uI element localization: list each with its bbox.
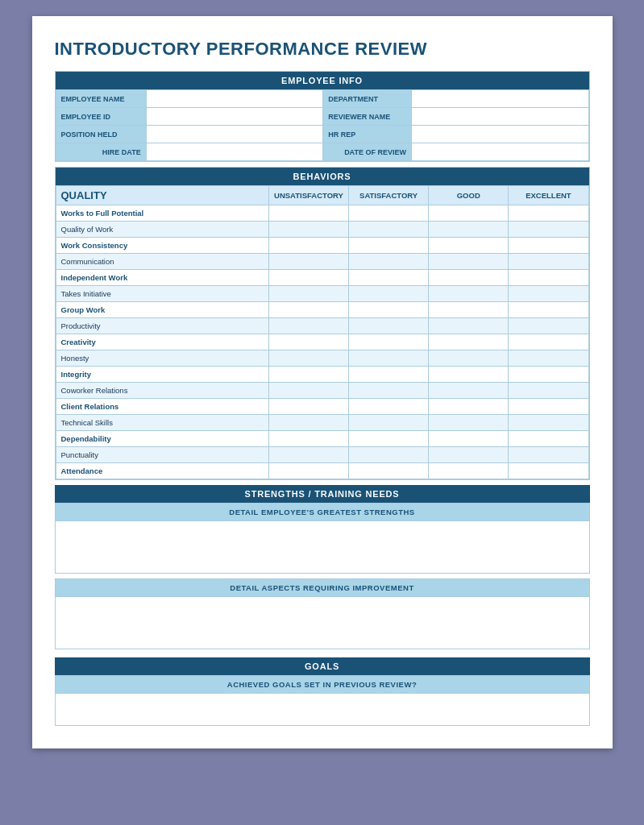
behavior-cell[interactable] <box>349 415 429 431</box>
behavior-cell[interactable] <box>429 222 509 238</box>
employee-row-1: EMPLOYEE NAME DEPARTMENT <box>56 90 588 108</box>
behavior-cell[interactable] <box>509 350 588 367</box>
behavior-cell[interactable] <box>268 399 348 415</box>
behavior-cell[interactable] <box>429 238 509 254</box>
excellent-col-header: EXCELLENT <box>509 186 588 205</box>
behavior-row: Technical Skills <box>56 415 588 431</box>
behavior-cell[interactable] <box>268 415 348 431</box>
employee-id-value[interactable] <box>146 108 323 126</box>
behavior-cell[interactable] <box>509 254 588 270</box>
behavior-cell[interactable] <box>349 205 429 222</box>
hire-date-value[interactable] <box>146 143 323 161</box>
behavior-cell[interactable] <box>349 431 429 447</box>
behavior-cell[interactable] <box>509 302 588 318</box>
behavior-row-label: Attendance <box>56 463 268 479</box>
behavior-cell[interactable] <box>349 270 429 286</box>
unsatisfactory-col-header: UNSATISFACTORY <box>268 186 348 205</box>
behavior-cell[interactable] <box>349 350 429 367</box>
behavior-cell[interactable] <box>268 463 348 479</box>
behavior-cell[interactable] <box>509 318 588 334</box>
behavior-cell[interactable] <box>349 399 429 415</box>
behavior-cell[interactable] <box>429 447 509 463</box>
behavior-row: Takes Initiative <box>56 286 588 302</box>
behavior-cell[interactable] <box>268 350 348 367</box>
behavior-cell[interactable] <box>429 254 509 270</box>
behavior-cell[interactable] <box>268 447 348 463</box>
achieved-goals-textarea[interactable] <box>55 694 590 726</box>
behavior-cell[interactable] <box>509 463 588 479</box>
behavior-cell[interactable] <box>509 270 588 286</box>
behavior-cell[interactable] <box>429 318 509 334</box>
reviewer-name-value[interactable] <box>411 108 588 126</box>
behavior-cell[interactable] <box>429 367 509 383</box>
strengths-sub-header: DETAIL EMPLOYEE'S GREATEST STRENGTHS <box>55 503 590 521</box>
behavior-cell[interactable] <box>268 286 348 302</box>
behavior-row-label: Productivity <box>56 318 268 334</box>
employee-name-label: EMPLOYEE NAME <box>56 90 146 108</box>
department-label: DEPARTMENT <box>323 90 412 108</box>
behavior-cell[interactable] <box>429 350 509 367</box>
behavior-cell[interactable] <box>349 463 429 479</box>
behavior-cell[interactable] <box>509 415 588 431</box>
behavior-cell[interactable] <box>509 238 588 254</box>
hr-rep-value[interactable] <box>411 126 588 143</box>
behavior-row-label: Honesty <box>56 350 268 367</box>
behavior-cell[interactable] <box>268 367 348 383</box>
behaviors-table: QUALITY UNSATISFACTORY SATISFACTORY GOOD… <box>56 185 589 479</box>
position-held-value[interactable] <box>146 126 323 143</box>
behavior-cell[interactable] <box>509 334 588 350</box>
behavior-cell[interactable] <box>429 270 509 286</box>
strengths-textarea[interactable] <box>55 521 590 574</box>
goals-header: GOALS <box>55 657 590 675</box>
behavior-cell[interactable] <box>349 302 429 318</box>
behavior-cell[interactable] <box>349 334 429 350</box>
behavior-cell[interactable] <box>268 302 348 318</box>
behavior-cell[interactable] <box>509 431 588 447</box>
behavior-cell[interactable] <box>268 318 348 334</box>
department-value[interactable] <box>411 90 588 108</box>
behavior-cell[interactable] <box>429 399 509 415</box>
behavior-cell[interactable] <box>429 286 509 302</box>
behavior-row: Integrity <box>56 367 588 383</box>
hire-date-row: HIRE DATE DATE OF REVIEW <box>56 143 588 161</box>
behavior-cell[interactable] <box>429 431 509 447</box>
behaviors-column-headers: QUALITY UNSATISFACTORY SATISFACTORY GOOD… <box>56 186 588 205</box>
behavior-row: Client Relations <box>56 399 588 415</box>
behavior-cell[interactable] <box>509 286 588 302</box>
behavior-cell[interactable] <box>349 222 429 238</box>
behavior-cell[interactable] <box>349 367 429 383</box>
date-of-review-value[interactable] <box>411 143 588 161</box>
behavior-cell[interactable] <box>268 383 348 399</box>
behavior-cell[interactable] <box>429 302 509 318</box>
employee-info-header: EMPLOYEE INFO <box>56 72 589 89</box>
behavior-cell[interactable] <box>429 383 509 399</box>
behavior-cell[interactable] <box>509 367 588 383</box>
behavior-cell[interactable] <box>429 334 509 350</box>
employee-name-value[interactable] <box>146 90 323 108</box>
behavior-cell[interactable] <box>429 463 509 479</box>
behavior-cell[interactable] <box>509 222 588 238</box>
behavior-cell[interactable] <box>268 222 348 238</box>
behavior-cell[interactable] <box>349 383 429 399</box>
behavior-cell[interactable] <box>268 238 348 254</box>
behavior-cell[interactable] <box>349 318 429 334</box>
behavior-cell[interactable] <box>429 415 509 431</box>
behavior-cell[interactable] <box>509 383 588 399</box>
improvement-textarea[interactable] <box>55 597 590 649</box>
behavior-cell[interactable] <box>268 205 348 222</box>
behavior-cell[interactable] <box>429 205 509 222</box>
behavior-cell[interactable] <box>509 447 588 463</box>
behavior-cell[interactable] <box>349 447 429 463</box>
behavior-cell[interactable] <box>268 334 348 350</box>
behavior-cell[interactable] <box>349 238 429 254</box>
satisfactory-col-header: SATISFACTORY <box>349 186 429 205</box>
behavior-cell[interactable] <box>509 205 588 222</box>
behavior-cell[interactable] <box>268 431 348 447</box>
behavior-cell[interactable] <box>349 254 429 270</box>
behavior-cell[interactable] <box>509 399 588 415</box>
employee-info-section: EMPLOYEE INFO EMPLOYEE NAME DEPARTMENT E… <box>55 71 590 162</box>
behavior-row-label: Client Relations <box>56 399 268 415</box>
behavior-cell[interactable] <box>268 254 348 270</box>
behavior-cell[interactable] <box>268 270 348 286</box>
behavior-cell[interactable] <box>349 286 429 302</box>
